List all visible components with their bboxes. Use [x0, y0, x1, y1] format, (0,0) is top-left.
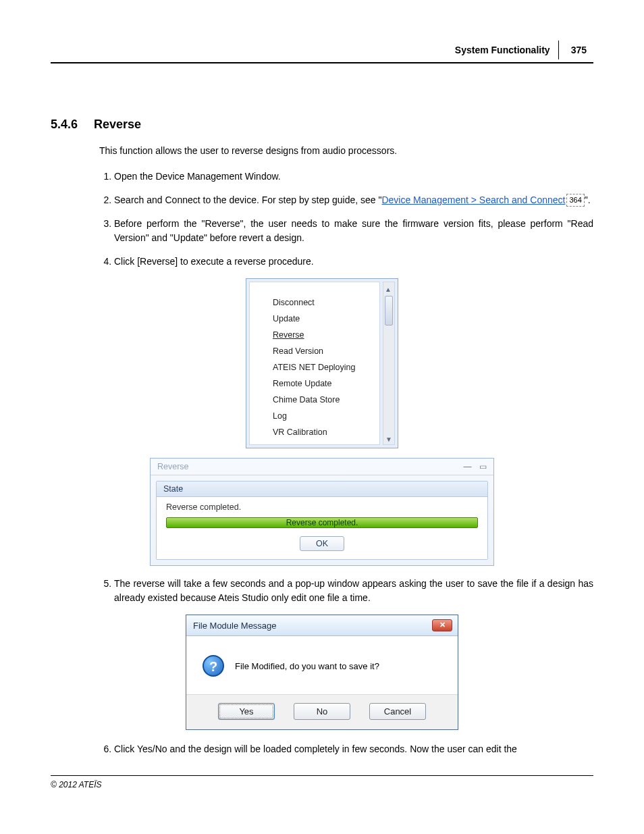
dialog-message: File Modified, do you want to save it? [235, 661, 379, 671]
status-text: Reverse completed. [166, 502, 478, 512]
step-3: Before perform the "Reverse", the user n… [114, 217, 593, 245]
minimize-icon[interactable]: — [464, 462, 472, 471]
cancel-button[interactable]: Cancel [369, 703, 426, 720]
steps-list: Open the Device Management Window. Searc… [99, 170, 593, 269]
steps-list-continued-2: Click Yes/No and the design will be load… [99, 742, 593, 756]
close-icon: ✕ [439, 621, 446, 629]
menu-item-remote-update[interactable]: Remote Update [273, 375, 371, 392]
state-block: State Reverse completed. Reverse complet… [156, 481, 488, 560]
page-header: System Functionality 375 [51, 41, 593, 59]
dialog-titlebar: File Module Message ✕ [186, 615, 458, 636]
state-body: Reverse completed. Reverse completed. OK [157, 497, 487, 559]
menu-list: Disconnect Update Reverse Read Version A… [249, 282, 380, 445]
menu-panel: Disconnect Update Reverse Read Version A… [246, 278, 398, 448]
ok-wrap: OK [166, 536, 478, 551]
section-heading: 5.4.6 Reverse [51, 118, 593, 132]
dialog-title: File Module Message [193, 621, 277, 631]
device-management-link[interactable]: Device Management > Search and Connect [381, 194, 565, 205]
menu-item-ateis-net-deploying[interactable]: ATEIS NET Deploying [273, 359, 371, 375]
window-buttons: — ▭ [458, 462, 487, 471]
reverse-window-title: Reverse [157, 462, 189, 471]
step-4: Click [Reverse] to execute a reverse pro… [114, 255, 593, 269]
state-header: State [157, 481, 487, 497]
footer-rule [51, 775, 593, 776]
step-6: Click Yes/No and the design will be load… [114, 742, 593, 756]
progress-bar: Reverse completed. [166, 517, 478, 528]
scroll-down-icon: ▼ [385, 434, 392, 444]
reverse-window: Reverse — ▭ State Reverse completed. Rev… [150, 458, 494, 566]
yes-button[interactable]: Yes [218, 703, 275, 720]
page-ref-badge: 364 [566, 194, 584, 207]
step-2-prefix: Search and Connect to the device. For st… [114, 194, 381, 205]
dialog-body: ? File Modified, do you want to save it? [186, 636, 458, 694]
header-rule [51, 62, 593, 63]
step-2: Search and Connect to the device. For st… [114, 193, 593, 207]
menu-item-update[interactable]: Update [273, 311, 371, 327]
scroll-up-top[interactable]: ▲ [385, 282, 393, 325]
menu-item-disconnect[interactable]: Disconnect [273, 294, 371, 311]
scroll-thumb[interactable] [385, 296, 393, 325]
dialog-footer: Yes No Cancel [186, 694, 458, 729]
menu-item-vr-calibration[interactable]: VR Calibration [273, 424, 371, 440]
scroll-up-icon: ▲ [385, 284, 392, 294]
steps-list-continued: The reverse will take a few seconds and … [99, 577, 593, 605]
reverse-window-titlebar: Reverse — ▭ [151, 459, 493, 475]
step-2-suffix: ". [585, 194, 591, 205]
no-button[interactable]: No [294, 703, 350, 720]
section-number: 5.4.6 [51, 118, 78, 132]
header-section-title: System Functionality [455, 41, 558, 59]
question-icon: ? [203, 655, 224, 677]
file-module-message-dialog: File Module Message ✕ ? File Modified, d… [186, 615, 458, 730]
menu-item-reverse[interactable]: Reverse [273, 327, 371, 343]
step-5: The reverse will take a few seconds and … [114, 577, 593, 605]
section-title: Reverse [94, 118, 141, 132]
menu-item-chime-data-store[interactable]: Chime Data Store [273, 392, 371, 408]
close-button[interactable]: ✕ [432, 619, 452, 631]
menu-item-log[interactable]: Log [273, 408, 371, 424]
step-1: Open the Device Management Window. [114, 170, 593, 184]
section-intro: This function allows the user to reverse… [99, 144, 593, 157]
reverse-window-body: State Reverse completed. Reverse complet… [151, 475, 493, 565]
ok-button[interactable]: OK [300, 536, 344, 551]
header-page-number: 375 [558, 41, 593, 59]
copyright: © 2012 ATEÏS [51, 780, 593, 789]
menu-item-read-version[interactable]: Read Version [273, 343, 371, 359]
maximize-icon[interactable]: ▭ [479, 462, 487, 471]
vertical-scrollbar[interactable]: ▲ ▼ [383, 282, 395, 445]
document-page: System Functionality 375 5.4.6 Reverse T… [0, 0, 644, 810]
